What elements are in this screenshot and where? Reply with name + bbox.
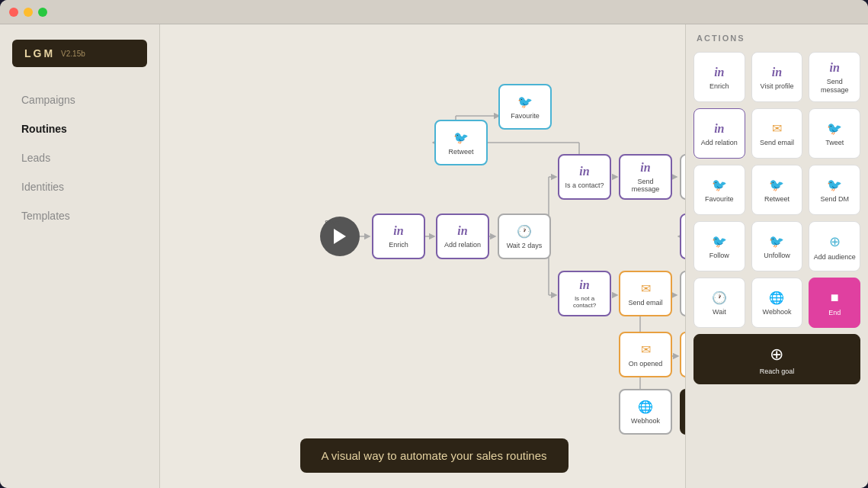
action-favourite[interactable]: 🐦 Favourite (693, 165, 745, 215)
clock-icon: 🕐 (712, 291, 727, 305)
app-body: LGM V2.15b Campaigns Routines Leads Iden… (0, 24, 868, 488)
action-label: Retweet (764, 195, 790, 204)
linkedin-icon: in (829, 61, 839, 75)
action-send-email[interactable]: ✉ Send email (751, 108, 803, 159)
action-label: Unfollow (764, 252, 790, 260)
webhook-node[interactable]: 🌐 Webhook (619, 389, 672, 435)
not-replied-li-node[interactable]: in Not replied (680, 214, 685, 259)
action-add-audience[interactable]: ⊕ Add audience (809, 221, 860, 271)
action-reach-goal[interactable]: ⊕ Reach goal (693, 334, 860, 384)
sidebar: LGM V2.15b Campaigns Routines Leads Iden… (0, 24, 160, 488)
sidebar-item-routines[interactable]: Routines (6, 115, 153, 143)
maximize-button[interactable] (38, 8, 47, 17)
action-enrich[interactable]: in Enrich (693, 52, 745, 102)
linkedin-icon: in (714, 66, 724, 79)
sidebar-item-campaigns[interactable]: Campaigns (6, 86, 153, 114)
action-label: Send message (812, 78, 857, 95)
is-contact-node[interactable]: in Is a contact? (558, 154, 611, 200)
replied-email-node[interactable]: ✉ Replied (680, 332, 685, 377)
action-label: Enrich (709, 82, 729, 91)
favourite-node[interactable]: 🐦 Retweet (434, 120, 488, 165)
action-label: Tweet (825, 139, 844, 147)
sidebar-item-leads[interactable]: Leads (6, 144, 153, 172)
canvas-area: ⊕ Reach goal Start in Enrich (160, 24, 685, 488)
action-end[interactable]: ■ End (809, 278, 860, 328)
wait-2days-node[interactable]: 🕐 Wait 2 days (498, 214, 551, 259)
reach-goal-node[interactable]: ⊕ Reach goal (680, 389, 685, 435)
app-window: LGM V2.15b Campaigns Routines Leads Iden… (0, 0, 868, 488)
action-follow[interactable]: 🐦 Follow (693, 221, 745, 271)
on-opened-node[interactable]: ✉ On opened (619, 332, 672, 377)
minimize-button[interactable] (24, 8, 33, 17)
send-email-node[interactable]: ✉ Send email (619, 271, 672, 316)
bottom-tooltip: A visual way to automate your sales rout… (300, 438, 569, 473)
target-icon: ⊕ (770, 345, 783, 364)
action-label: End (828, 309, 841, 317)
action-retweet[interactable]: 🐦 Retweet (751, 165, 803, 215)
add-relation-node[interactable]: in Add relation (436, 214, 489, 259)
linkedin-icon: in (714, 122, 724, 136)
action-label: Send email (760, 139, 794, 147)
is-not-contact-node[interactable]: in Is not a contact? (558, 271, 611, 316)
action-send-message[interactable]: in Send message (809, 52, 860, 102)
action-label: Add relation (701, 139, 738, 147)
twitter-icon: 🐦 (769, 234, 784, 249)
globe-icon: 🌐 (769, 291, 784, 305)
actions-panel: ACTIONS in Enrich in Visit profile in Se… (685, 24, 868, 488)
enrich-node[interactable]: in Enrich (372, 214, 425, 259)
actions-title: ACTIONS (693, 34, 860, 43)
logo-version: V2.15b (61, 50, 85, 58)
wait-1day-bottom-node[interactable]: 🕐 Wait 1 day (680, 271, 685, 316)
action-label: Reach goal (760, 368, 795, 376)
action-label: Webhook (763, 308, 792, 316)
plus-icon: ⊕ (829, 233, 841, 250)
titlebar (0, 0, 868, 24)
logo-name: LGM (24, 47, 55, 59)
action-tweet[interactable]: 🐦 Tweet (809, 108, 860, 159)
action-webhook[interactable]: 🌐 Webhook (751, 278, 803, 328)
twitter-icon: 🐦 (827, 178, 842, 192)
action-add-relation[interactable]: in Add relation (693, 108, 745, 159)
close-button[interactable] (9, 8, 18, 17)
linkedin-icon: in (772, 66, 782, 79)
twitter-icon: 🐦 (769, 178, 784, 192)
action-wait[interactable]: 🕐 Wait (693, 278, 745, 328)
logo: LGM V2.15b (12, 40, 147, 67)
sidebar-item-templates[interactable]: Templates (6, 202, 153, 230)
twitter-icon: 🐦 (712, 178, 727, 192)
action-send-dm[interactable]: 🐦 Send DM (809, 165, 860, 215)
end-icon: ■ (831, 290, 839, 306)
wait-1day-top-node[interactable]: 🕐 Wait 1 day (680, 154, 685, 200)
retweet-node[interactable]: 🐦 Favourite (498, 84, 552, 130)
action-label: Follow (709, 252, 729, 260)
actions-grid: in Enrich in Visit profile in Send messa… (693, 52, 860, 384)
send-message-node[interactable]: in Send message (619, 154, 672, 200)
twitter-icon: 🐦 (827, 121, 842, 136)
email-icon: ✉ (772, 121, 782, 136)
action-unfollow[interactable]: 🐦 Unfollow (751, 221, 803, 271)
action-label: Visit profile (761, 82, 794, 91)
action-label: Add audience (814, 253, 856, 262)
sidebar-item-identities[interactable]: Identities (6, 173, 153, 201)
tooltip-text: A visual way to automate your sales rout… (322, 449, 547, 462)
action-label: Wait (713, 308, 726, 316)
action-visit-profile[interactable]: in Visit profile (751, 52, 803, 102)
main-canvas[interactable]: ⊕ Reach goal Start in Enrich (160, 24, 685, 488)
twitter-icon: 🐦 (712, 234, 727, 249)
action-label: Send DM (820, 195, 849, 204)
action-label: Favourite (705, 195, 734, 204)
